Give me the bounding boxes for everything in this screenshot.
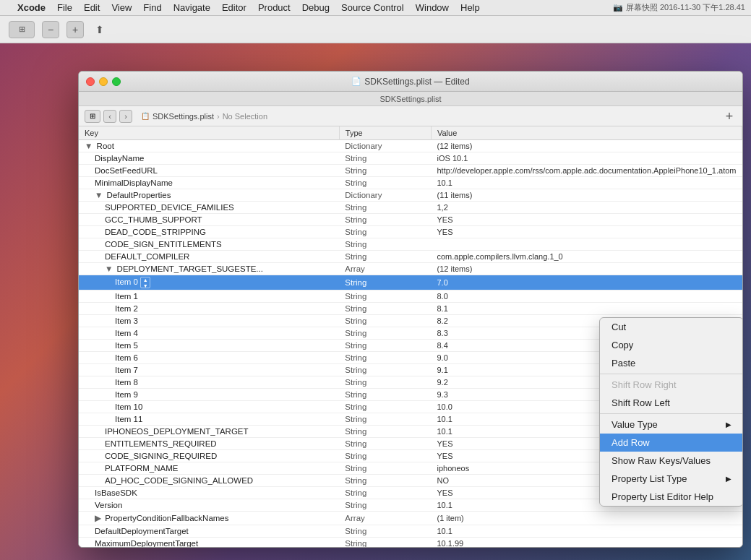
- menubar-product[interactable]: Product: [252, 1, 296, 14]
- ctx-paste[interactable]: Paste: [600, 354, 743, 372]
- table-row[interactable]: ▼ DefaultPropertiesDictionary(11 items): [79, 189, 742, 202]
- key-cell: DEAD_CODE_STRIPPING: [79, 226, 339, 238]
- zoom-out-btn[interactable]: −: [42, 21, 59, 38]
- key-label: DisplayName: [95, 154, 144, 163]
- breadcrumb-file[interactable]: SDKSettings.plist: [153, 112, 214, 121]
- ctx-value-type-label: Value Type: [611, 419, 658, 430]
- ctx-cut[interactable]: Cut: [600, 318, 743, 336]
- table-row[interactable]: Item 2String8.1: [79, 303, 742, 315]
- menubar-file[interactable]: File: [51, 1, 78, 14]
- key-label: DocSetFeedURL: [95, 166, 158, 175]
- close-button[interactable]: [86, 77, 95, 86]
- view-toggle-btn[interactable]: ⊞: [9, 21, 35, 38]
- value-cell: 8.1: [431, 303, 742, 315]
- disclosure-icon[interactable]: ▶: [95, 514, 103, 522]
- menubar-window[interactable]: Window: [410, 1, 455, 14]
- key-label: Item 0: [115, 277, 138, 286]
- nav-forward-btn[interactable]: ›: [119, 110, 132, 123]
- key-cell: PLATFORM_NAME: [79, 462, 339, 475]
- key-label: SUPPORTED_DEVICE_FAMILIES: [105, 203, 234, 212]
- table-row[interactable]: MaximumDeploymentTargetString10.1.99: [79, 538, 742, 548]
- ctx-separator-1: [600, 374, 743, 374]
- key-cell: SUPPORTED_DEVICE_FAMILIES: [79, 202, 339, 214]
- ctx-copy[interactable]: Copy: [600, 336, 743, 354]
- type-cell: String: [339, 202, 431, 214]
- nav-back-btn[interactable]: ‹: [103, 110, 116, 123]
- table-row[interactable]: MinimalDisplayNameString10.1: [79, 177, 742, 189]
- disclosure-icon[interactable]: ▼: [105, 264, 116, 273]
- disclosure-icon[interactable]: ▼: [85, 142, 95, 150]
- table-row[interactable]: ▼ RootDictionary(12 items): [79, 140, 742, 152]
- key-label: CODE_SIGNING_REQUIRED: [105, 452, 217, 460]
- key-label: Item 7: [115, 366, 138, 374]
- type-cell: String: [339, 327, 431, 340]
- share-btn[interactable]: ⬆: [91, 21, 108, 38]
- ctx-editor-help[interactable]: Property List Editor Help: [600, 488, 743, 506]
- value-cell: com.apple.compilers.llvm.clang.1_0: [431, 251, 742, 263]
- table-row[interactable]: DefaultDeploymentTargetString10.1: [79, 525, 742, 538]
- ctx-shift-right-label: Shift Row Right: [611, 379, 677, 390]
- key-label: AD_HOC_CODE_SIGNING_ALLOWED: [105, 476, 253, 485]
- key-label: DEFAULT_COMPILER: [105, 252, 189, 261]
- table-row[interactable]: ▶ PropertyConditionFallbackNamesArray(1 …: [79, 512, 742, 525]
- menubar-editor[interactable]: Editor: [216, 1, 252, 14]
- table-row[interactable]: Item 1String8.0: [79, 290, 742, 303]
- type-cell: String: [339, 538, 431, 548]
- menubar-xcode[interactable]: Xcode: [12, 1, 51, 14]
- zoom-in-btn[interactable]: +: [66, 21, 84, 38]
- menubar-sourcecontrol[interactable]: Source Control: [335, 1, 410, 14]
- type-cell: String: [339, 315, 431, 327]
- key-cell: MaximumDeploymentTarget: [79, 538, 339, 548]
- table-row[interactable]: Item 0 ▲▼String7.0: [79, 275, 742, 290]
- key-cell: DisplayName: [79, 152, 339, 165]
- ctx-editor-help-label: Property List Editor Help: [611, 491, 713, 502]
- plist-icon: 📋: [141, 112, 150, 120]
- table-row[interactable]: DocSetFeedURLStringhttp://developer.appl…: [79, 165, 742, 177]
- value-stepper[interactable]: ▲▼: [138, 277, 150, 286]
- ctx-property-list-type[interactable]: Property List Type ▶: [600, 470, 743, 488]
- ctx-show-raw-label: Show Raw Keys/Values: [611, 455, 711, 466]
- type-cell: String: [339, 376, 431, 389]
- ctx-show-raw[interactable]: Show Raw Keys/Values: [600, 452, 743, 470]
- type-cell: String: [339, 352, 431, 364]
- type-cell: String: [339, 401, 431, 413]
- key-label: MaximumDeploymentTarget: [95, 539, 198, 547]
- menubar-navigate[interactable]: Navigate: [168, 1, 216, 14]
- value-cell: YES: [431, 214, 742, 226]
- key-label: MinimalDisplayName: [95, 178, 173, 187]
- value-cell: (1 item): [431, 512, 742, 525]
- menubar-edit[interactable]: Edit: [78, 1, 106, 14]
- key-label: GCC_THUMB_SUPPORT: [105, 215, 202, 224]
- ctx-value-type[interactable]: Value Type ▶: [600, 415, 743, 434]
- table-row[interactable]: DEAD_CODE_STRIPPINGStringYES: [79, 226, 742, 238]
- maximize-button[interactable]: [112, 77, 121, 86]
- menubar-view[interactable]: View: [106, 1, 137, 14]
- menubar-help[interactable]: Help: [455, 1, 486, 14]
- key-label: ENTITLEMENTS_REQUIRED: [105, 439, 217, 448]
- table-row[interactable]: ▼ DEPLOYMENT_TARGET_SUGESTE...Array(12 i…: [79, 263, 742, 275]
- ctx-shift-left-label: Shift Row Left: [611, 397, 670, 408]
- window-traffic-lights: [86, 77, 121, 86]
- type-cell: Dictionary: [339, 189, 431, 202]
- ctx-shift-row-left[interactable]: Shift Row Left: [600, 394, 743, 412]
- os-screenshot-label: 屏幕快照 2016-11-30 下午1.28.41: [626, 2, 745, 13]
- key-label: PropertyConditionFallbackNames: [105, 514, 228, 522]
- table-row[interactable]: DisplayNameStringiOS 10.1: [79, 152, 742, 165]
- menubar-find[interactable]: Find: [137, 1, 167, 14]
- menubar-debug[interactable]: Debug: [296, 1, 335, 14]
- add-row-btn[interactable]: +: [722, 109, 737, 124]
- file-icon: 📄: [351, 77, 361, 86]
- ctx-property-list-type-label: Property List Type: [611, 473, 687, 484]
- disclosure-icon[interactable]: ▼: [95, 191, 106, 199]
- list-view-btn[interactable]: ⊞: [85, 110, 100, 123]
- table-row[interactable]: DEFAULT_COMPILERStringcom.apple.compiler…: [79, 251, 742, 263]
- key-label: Item 2: [115, 304, 138, 313]
- table-row[interactable]: CODE_SIGN_ENTITLEMENTSString: [79, 238, 742, 251]
- type-cell: String: [339, 487, 431, 499]
- table-row[interactable]: GCC_THUMB_SUPPORTStringYES: [79, 214, 742, 226]
- ctx-add-row[interactable]: Add Row: [600, 434, 743, 452]
- os-toolbar: ⊞ − + ⬆: [0, 16, 751, 43]
- minimize-button[interactable]: [99, 77, 108, 86]
- value-cell: 7.0: [431, 275, 742, 290]
- table-row[interactable]: SUPPORTED_DEVICE_FAMILIESString1,2: [79, 202, 742, 214]
